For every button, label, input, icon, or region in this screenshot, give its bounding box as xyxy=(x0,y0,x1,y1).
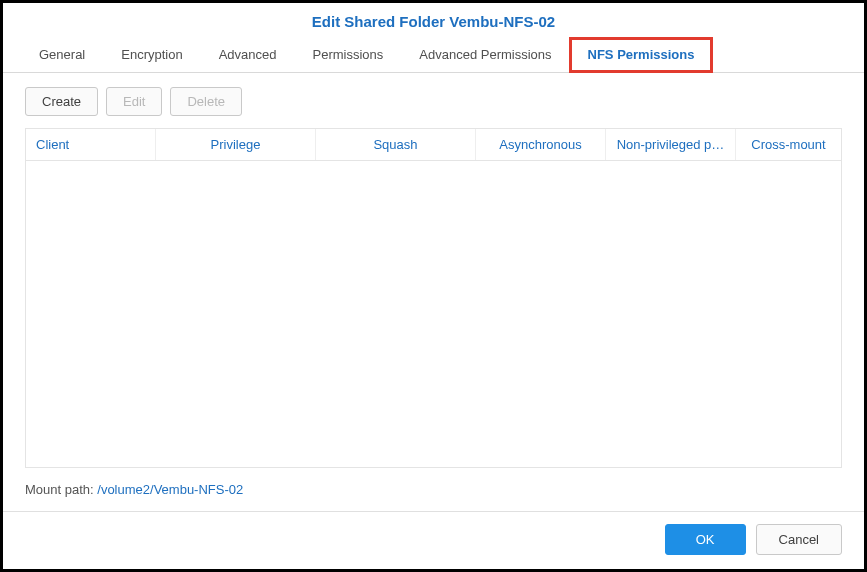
tab-advanced-permissions[interactable]: Advanced Permissions xyxy=(401,38,569,72)
toolbar: Create Edit Delete xyxy=(25,87,842,116)
tab-advanced[interactable]: Advanced xyxy=(201,38,295,72)
dialog-footer: OK Cancel xyxy=(3,511,864,569)
mount-path-row: Mount path: /volume2/Vembu-NFS-02 xyxy=(25,468,842,503)
table-body xyxy=(26,161,841,467)
cancel-button[interactable]: Cancel xyxy=(756,524,842,555)
column-non-privileged[interactable]: Non-privileged p… xyxy=(606,129,736,160)
table-header: Client Privilege Squash Asynchronous Non… xyxy=(26,129,841,161)
mount-path-label: Mount path: xyxy=(25,482,97,497)
mount-path-value: /volume2/Vembu-NFS-02 xyxy=(97,482,243,497)
column-privilege[interactable]: Privilege xyxy=(156,129,316,160)
column-squash[interactable]: Squash xyxy=(316,129,476,160)
column-client[interactable]: Client xyxy=(26,129,156,160)
tab-encryption[interactable]: Encryption xyxy=(103,38,200,72)
tab-permissions[interactable]: Permissions xyxy=(295,38,402,72)
create-button[interactable]: Create xyxy=(25,87,98,116)
ok-button[interactable]: OK xyxy=(665,524,746,555)
tab-general[interactable]: General xyxy=(21,38,103,72)
tab-bar: General Encryption Advanced Permissions … xyxy=(3,38,864,73)
dialog-window: Edit Shared Folder Vembu-NFS-02 General … xyxy=(3,3,864,569)
edit-button[interactable]: Edit xyxy=(106,87,162,116)
tab-content: Create Edit Delete Client Privilege Squa… xyxy=(3,73,864,511)
column-asynchronous[interactable]: Asynchronous xyxy=(476,129,606,160)
column-cross-mount[interactable]: Cross-mount xyxy=(736,129,841,160)
dialog-title: Edit Shared Folder Vembu-NFS-02 xyxy=(3,3,864,38)
tab-nfs-permissions[interactable]: NFS Permissions xyxy=(570,38,713,72)
delete-button[interactable]: Delete xyxy=(170,87,242,116)
nfs-permissions-table: Client Privilege Squash Asynchronous Non… xyxy=(25,128,842,468)
